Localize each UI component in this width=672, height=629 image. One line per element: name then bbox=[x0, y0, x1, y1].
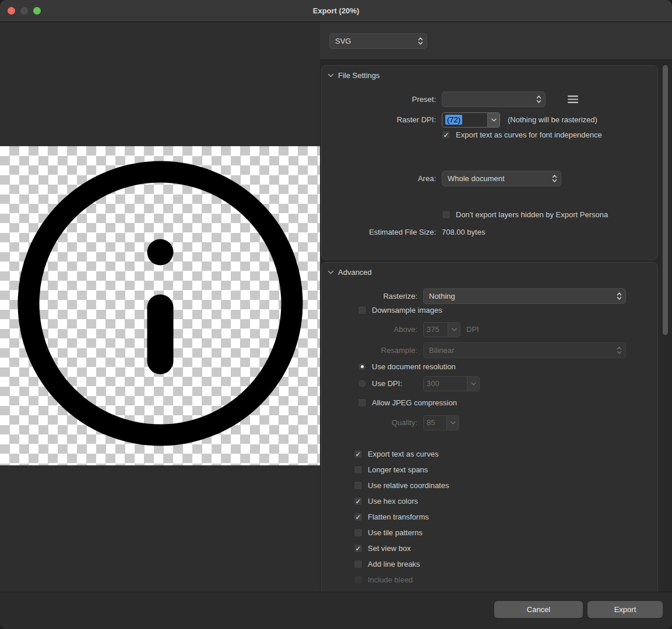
longer-text-spans-checkbox[interactable] bbox=[354, 465, 363, 474]
use-document-resolution-radio[interactable] bbox=[358, 362, 367, 371]
use-dpi-radio-group[interactable]: Use DPI: bbox=[358, 376, 402, 391]
option-row[interactable]: Longer text spans bbox=[354, 462, 449, 478]
option-row[interactable]: Use relative coordinates bbox=[354, 478, 449, 493]
stepper-updown-icon bbox=[536, 95, 541, 104]
stepper-updown-icon bbox=[418, 37, 423, 45]
zoom-button[interactable] bbox=[33, 7, 41, 15]
downsample-label: Downsample images bbox=[372, 306, 442, 314]
above-dpi-combo: 375 bbox=[423, 322, 460, 337]
add-line-breaks-checkbox[interactable] bbox=[354, 560, 363, 568]
use-dpi-field: 300 bbox=[424, 377, 467, 391]
raster-dpi-row: Raster DPI: (72) (Nothing will be raster… bbox=[322, 112, 650, 128]
stepper-updown-icon bbox=[617, 292, 622, 301]
export-dialog: Export (20%) SVG bbox=[0, 0, 672, 629]
preset-label: Preset: bbox=[322, 95, 442, 104]
above-row: Above: 375 DPI bbox=[322, 321, 650, 337]
rasterize-row: Rasterize: Nothing bbox=[322, 288, 650, 304]
flatten-transforms-checkbox[interactable] bbox=[354, 513, 363, 521]
advanced-header[interactable]: Advanced bbox=[328, 268, 372, 277]
document-canvas bbox=[0, 146, 320, 465]
chevron-down-icon bbox=[452, 328, 457, 331]
preset-select[interactable] bbox=[442, 91, 546, 107]
option-row[interactable]: Use tile patterns bbox=[354, 525, 449, 540]
quality-caret-button bbox=[446, 416, 459, 430]
export-curves-font-row[interactable]: Export text as curves for font independe… bbox=[442, 127, 650, 143]
set-view-box-checkbox[interactable] bbox=[354, 544, 363, 553]
option-row[interactable]: Set view box bbox=[354, 540, 449, 556]
export-text-as-curves-checkbox[interactable] bbox=[354, 450, 363, 458]
downsample-checkbox[interactable] bbox=[358, 306, 367, 314]
resample-row: Resample: Bilinear bbox=[322, 342, 650, 358]
option-label: Add line breaks bbox=[368, 560, 420, 568]
raster-dpi-combo[interactable]: (72) bbox=[442, 112, 500, 128]
advanced-title: Advanced bbox=[338, 268, 372, 277]
stepper-updown-icon bbox=[552, 174, 557, 183]
preset-menu-button[interactable] bbox=[568, 96, 578, 103]
close-button[interactable] bbox=[8, 7, 15, 15]
stepper-updown-icon bbox=[617, 346, 622, 355]
chevron-down-icon bbox=[451, 421, 456, 425]
rasterize-select[interactable]: Nothing bbox=[423, 288, 626, 304]
area-select[interactable]: Whole document bbox=[442, 171, 561, 186]
format-select[interactable]: SVG bbox=[329, 33, 427, 49]
jpeg-compression-checkbox[interactable] bbox=[358, 398, 367, 407]
estimated-size-value: 708.00 bytes bbox=[442, 228, 485, 236]
export-settings-pane: SVG File Settings Preset: bbox=[320, 22, 672, 592]
use-dpi-combo: 300 bbox=[423, 376, 480, 391]
raster-dpi-selected-text: (72) bbox=[445, 115, 462, 125]
dialog-footer: Cancel Export bbox=[0, 592, 672, 629]
resample-value: Bilinear bbox=[429, 346, 617, 355]
use-dpi-radio[interactable] bbox=[358, 379, 367, 388]
above-dpi-caret-button bbox=[448, 323, 460, 337]
titlebar[interactable]: Export (20%) bbox=[0, 0, 672, 22]
dont-export-hidden-checkbox[interactable] bbox=[442, 210, 451, 219]
option-row[interactable]: Export text as curves bbox=[354, 446, 449, 462]
option-label: Use tile patterns bbox=[368, 528, 423, 537]
raster-dpi-caret-button[interactable] bbox=[487, 113, 499, 127]
option-label: Use hex colors bbox=[368, 497, 418, 506]
preset-row: Preset: bbox=[322, 91, 650, 107]
jpeg-compression-label: Allow JPEG compression bbox=[372, 398, 457, 407]
export-curves-font-checkbox[interactable] bbox=[442, 130, 451, 139]
export-curves-font-label: Export text as curves for font independe… bbox=[456, 130, 602, 139]
raster-dpi-field[interactable]: (72) bbox=[442, 113, 487, 127]
cancel-button[interactable]: Cancel bbox=[494, 601, 583, 618]
raster-dpi-label: Raster DPI: bbox=[322, 115, 442, 124]
rasterize-label: Rasterize: bbox=[322, 292, 423, 301]
disclosure-chevron-icon bbox=[328, 73, 334, 77]
option-label: Include bleed bbox=[368, 575, 413, 584]
rasterize-value: Nothing bbox=[429, 292, 617, 301]
quality-combo: 85 bbox=[423, 415, 459, 430]
option-row[interactable]: Add line breaks bbox=[354, 556, 449, 572]
jpeg-compression-row[interactable]: Allow JPEG compression bbox=[358, 395, 650, 411]
use-relative-coordinates-checkbox[interactable] bbox=[354, 481, 363, 490]
use-document-resolution-label: Use document resolution bbox=[372, 362, 456, 371]
svg-options-list: Export text as curves Longer text spans … bbox=[354, 446, 449, 588]
use-tile-patterns-checkbox[interactable] bbox=[354, 528, 363, 537]
downsample-row[interactable]: Downsample images bbox=[358, 302, 650, 318]
use-hex-colors-checkbox[interactable] bbox=[354, 497, 363, 506]
quality-label: Quality: bbox=[322, 418, 423, 427]
hamburger-menu-icon bbox=[568, 96, 578, 103]
dont-export-hidden-row[interactable]: Don't export layers hidden by Export Per… bbox=[442, 207, 650, 222]
file-settings-panel: File Settings Preset: bbox=[321, 65, 658, 260]
option-label: Export text as curves bbox=[368, 450, 438, 458]
use-dpi-row: Use DPI: 300 bbox=[322, 376, 650, 391]
use-document-resolution-row[interactable]: Use document resolution bbox=[358, 359, 650, 374]
estimated-size-row: Estimated File Size: 708.00 bytes bbox=[322, 224, 650, 240]
area-label: Area: bbox=[322, 174, 442, 183]
scrollbar-thumb[interactable] bbox=[663, 65, 668, 335]
option-row[interactable]: Flatten transforms bbox=[354, 509, 449, 525]
window-title: Export (20%) bbox=[313, 6, 359, 15]
option-label: Flatten transforms bbox=[368, 513, 429, 521]
file-settings-header[interactable]: File Settings bbox=[328, 71, 380, 80]
option-label: Use relative coordinates bbox=[368, 481, 449, 490]
dont-export-hidden-label: Don't export layers hidden by Export Per… bbox=[456, 210, 608, 219]
option-row[interactable]: Use hex colors bbox=[354, 493, 449, 509]
export-preview-pane bbox=[0, 22, 320, 592]
raster-dpi-note: (Nothing will be rasterized) bbox=[508, 115, 597, 124]
minimize-button bbox=[20, 7, 28, 15]
info-icon-artwork bbox=[0, 146, 320, 465]
export-button[interactable]: Export bbox=[587, 601, 663, 618]
use-dpi-label: Use DPI: bbox=[372, 379, 402, 388]
